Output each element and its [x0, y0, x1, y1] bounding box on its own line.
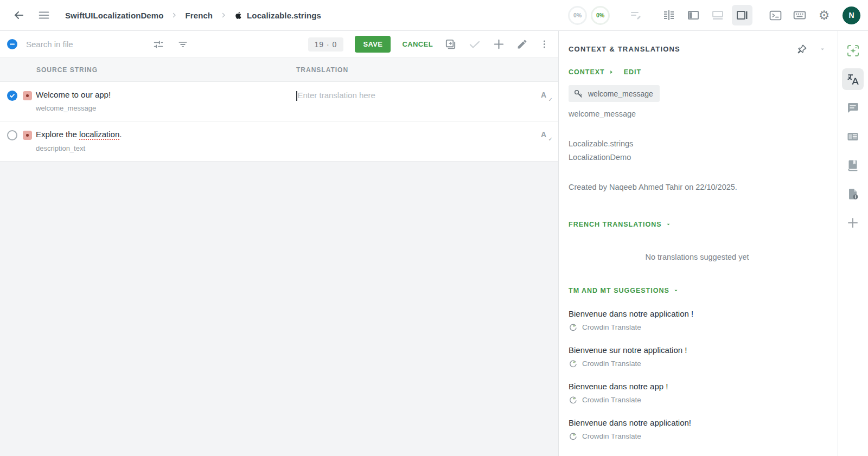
string-key: welcome_message	[36, 104, 111, 112]
suggestions-section-header[interactable]: TM AND MT SUGGESTIONS	[569, 287, 679, 294]
key-icon	[573, 88, 583, 99]
search-settings-icon[interactable]	[152, 38, 164, 50]
dictionary-tab-icon[interactable]	[842, 155, 864, 176]
editor-pane: 19 · 0 SAVE CANCEL	[0, 31, 559, 456]
table-row[interactable]: Explore the localization. description_te…	[0, 121, 558, 161]
filter-icon[interactable]	[177, 39, 188, 50]
add-panel-icon[interactable]	[842, 212, 864, 234]
breadcrumb-project[interactable]: SwiftUILocalizationDemo	[65, 11, 163, 20]
suggestion-provider: Crowdin Translate	[569, 359, 826, 368]
pin-panel-icon[interactable]	[797, 44, 807, 54]
row-checkbox-checked[interactable]	[7, 91, 17, 101]
suggestion-item[interactable]: Bienvenue dans notre app ! Crowdin Trans…	[569, 382, 826, 404]
translations-tab-icon[interactable]	[842, 68, 864, 90]
context-panel: CONTEXT & TRANSLATIONS CONTEXT EDIT	[559, 31, 838, 456]
chevron-right-icon	[171, 12, 177, 18]
translation-column-header: TRANSLATION	[294, 66, 558, 74]
more-options-icon[interactable]	[539, 39, 550, 49]
file-info-tab-icon[interactable]	[842, 183, 864, 205]
row-checkbox-unchecked[interactable]	[7, 130, 17, 140]
top-bar: SwiftUILocalizationDemo French Localizab…	[0, 0, 868, 31]
copy-source-icon[interactable]	[444, 38, 457, 50]
breadcrumb-file-label: Localizable.strings	[247, 11, 321, 20]
table-row[interactable]: Welcome to our app! welcome_message Ente…	[0, 82, 558, 121]
edit-context-button[interactable]: EDIT	[624, 68, 641, 76]
source-column-header: SOURCE STRING	[0, 66, 294, 74]
settings-gear-icon[interactable]: ⚙	[814, 5, 834, 25]
user-avatar[interactable]: N	[843, 7, 860, 24]
spellcheck-icon[interactable]: A✓	[541, 91, 551, 101]
source-string-text: Explore the localization.	[36, 129, 122, 140]
string-key-chip[interactable]: welcome_message	[569, 85, 660, 102]
terms-tab-icon[interactable]	[842, 126, 864, 147]
context-section-label[interactable]: CONTEXT	[569, 68, 614, 76]
right-panel-view-icon[interactable]	[732, 5, 752, 25]
breadcrumb-file[interactable]: Localizable.strings	[234, 11, 321, 20]
no-translations-message: No translations suggested yet	[569, 253, 826, 261]
approved-progress-badge[interactable]: 0%	[591, 6, 610, 25]
panel-title: CONTEXT & TRANSLATIONS	[569, 45, 680, 53]
suggestion-item[interactable]: Bienvenue sur notre application ! Crowdi…	[569, 345, 826, 368]
suggestion-text[interactable]: Bienvenue dans notre application!	[569, 418, 826, 427]
menu-button[interactable]	[35, 6, 53, 24]
suggestion-text[interactable]: Bienvenue dans notre app !	[569, 382, 826, 391]
crowdin-logo-icon	[569, 359, 577, 368]
text-cursor	[296, 91, 297, 101]
string-list: Welcome to our app! welcome_message Ente…	[0, 82, 558, 456]
bottom-panel-view-icon[interactable]	[707, 5, 728, 25]
side-by-side-view-icon[interactable]	[683, 5, 704, 25]
save-button[interactable]: SAVE	[355, 36, 391, 53]
cancel-button[interactable]: CANCEL	[402, 40, 433, 48]
suggestion-provider: Crowdin Translate	[569, 323, 826, 331]
panel-caret-icon[interactable]	[819, 46, 826, 53]
terminal-icon[interactable]	[765, 5, 786, 25]
suggestion-item[interactable]: Bienvenue dans notre application ! Crowd…	[569, 309, 826, 331]
keyboard-shortcuts-icon[interactable]	[789, 5, 810, 25]
string-key: description_text	[36, 144, 122, 152]
breadcrumb-language[interactable]: French	[185, 11, 213, 20]
select-all-checkbox[interactable]	[7, 39, 17, 49]
tools-rail	[838, 31, 867, 456]
suggestion-item[interactable]: Bienvenue dans notre application! Crowdi…	[569, 418, 826, 440]
suggestion-text[interactable]: Bienvenue sur notre application !	[569, 345, 826, 355]
suggestion-text[interactable]: Bienvenue dans notre application !	[569, 309, 826, 318]
edit-string-icon[interactable]	[516, 38, 528, 50]
created-by-text: Created by Naqeeb Ahmed Tahir on 22/10/2…	[569, 182, 826, 193]
add-string-icon[interactable]	[493, 38, 505, 50]
translation-editor-cell[interactable]: Enter translation here	[296, 91, 375, 101]
comfortable-view-icon[interactable]	[659, 5, 679, 25]
ai-assistant-icon[interactable]	[842, 40, 864, 61]
translated-progress-badge[interactable]: 0%	[568, 6, 587, 25]
suggestion-provider: Crowdin Translate	[569, 395, 826, 404]
topbar-actions: 0% 0% ⚙ N	[568, 5, 860, 25]
crowdin-logo-icon	[569, 323, 577, 331]
crowdin-logo-icon	[569, 395, 577, 404]
breadcrumb: SwiftUILocalizationDemo French Localizab…	[65, 11, 321, 20]
chevron-right-icon	[220, 12, 227, 18]
suggestion-provider: Crowdin Translate	[569, 432, 826, 440]
edit-translations-icon[interactable]	[626, 5, 646, 25]
editor-toolbar: 19 · 0 SAVE CANCEL	[0, 31, 558, 58]
translations-section-header[interactable]: FRENCH TRANSLATIONS	[569, 221, 671, 228]
apple-icon	[234, 11, 242, 20]
string-counter-badge: 19 · 0	[308, 37, 344, 52]
spellcheck-icon[interactable]: A✓	[541, 130, 551, 141]
search-input[interactable]	[26, 40, 143, 49]
key-name-text: welcome_message	[569, 108, 826, 120]
source-string-text: Welcome to our app!	[36, 89, 111, 100]
file-name-text: Localizable.strings	[569, 138, 826, 150]
untranslated-status-icon	[23, 131, 32, 140]
untranslated-status-icon	[23, 91, 32, 100]
approve-check-icon[interactable]	[468, 38, 481, 51]
table-header: SOURCE STRING TRANSLATION	[0, 58, 558, 82]
comments-tab-icon[interactable]	[842, 97, 864, 119]
crowdin-logo-icon	[569, 432, 577, 440]
project-name-text: LocalizationDemo	[569, 152, 826, 163]
back-button[interactable]	[10, 6, 28, 24]
